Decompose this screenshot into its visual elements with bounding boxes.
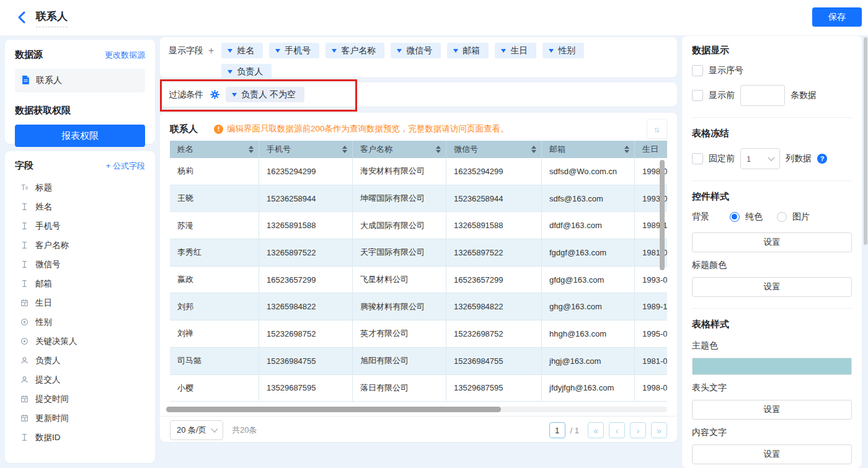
- divider: [692, 117, 852, 118]
- show-index-checkbox[interactable]: [692, 65, 703, 76]
- display-field-chip[interactable]: 微信号: [391, 43, 441, 58]
- chevron-down-icon: [397, 49, 402, 53]
- display-field-chip[interactable]: 手机号: [269, 43, 319, 58]
- freeze-checkbox[interactable]: [692, 153, 703, 164]
- table-row: 李秀红13265897522天宇国际有限公司13265897522fgdgf@1…: [170, 239, 667, 267]
- table-cell: 司马懿: [170, 348, 259, 375]
- help-icon[interactable]: ?: [817, 154, 827, 164]
- top-bar: 联系人 保存: [0, 0, 868, 36]
- field-item[interactable]: 微信号: [15, 255, 145, 274]
- display-field-chip[interactable]: 生日: [495, 43, 536, 58]
- show-index-label: 显示序号: [709, 65, 743, 76]
- datasource-item[interactable]: 联系人: [15, 69, 145, 92]
- add-display-field-button[interactable]: +: [208, 43, 214, 58]
- field-item[interactable]: 关键决策人: [15, 332, 145, 351]
- field-item[interactable]: 生日: [15, 293, 145, 312]
- field-item[interactable]: 数据ID: [15, 428, 145, 447]
- table-cell: 1981-06: [635, 348, 667, 375]
- table-cell: hhgh@163.com: [542, 320, 635, 348]
- column-header[interactable]: 邮箱: [542, 141, 635, 158]
- field-item[interactable]: 提交人: [15, 370, 145, 389]
- page-size-select[interactable]: 20 条/页: [170, 420, 223, 440]
- field-item-label: 性别: [35, 317, 52, 328]
- content-text-set-button[interactable]: 设置: [692, 444, 852, 464]
- field-item-label: 微信号: [35, 259, 61, 270]
- display-field-chip[interactable]: 性别: [542, 43, 584, 58]
- freeze-prefix-label: 固定前: [709, 153, 735, 164]
- next-page-button[interactable]: ›: [630, 422, 646, 438]
- field-item[interactable]: 客户名称: [15, 236, 145, 255]
- field-item-label: 提交时间: [35, 394, 69, 405]
- save-button[interactable]: 保存: [812, 7, 862, 27]
- theme-color-swatch[interactable]: [692, 358, 852, 375]
- prev-page-button[interactable]: ‹: [609, 422, 625, 438]
- column-header[interactable]: 微信号: [446, 141, 542, 158]
- display-field-chip[interactable]: 邮箱: [447, 43, 489, 58]
- table-cell: 16235294299: [259, 158, 353, 185]
- page-number-input[interactable]: 1: [549, 422, 565, 438]
- field-item[interactable]: 标题: [15, 178, 145, 197]
- table-cell: 15232698752: [446, 320, 542, 348]
- solid-color-radio[interactable]: [730, 212, 740, 222]
- first-page-button[interactable]: «: [588, 422, 604, 438]
- last-page-button[interactable]: »: [651, 422, 667, 438]
- freeze-suffix-label: 列数据: [786, 153, 812, 164]
- field-item[interactable]: 邮箱: [15, 274, 145, 293]
- display-field-chip[interactable]: 客户名称: [326, 43, 384, 58]
- field-item[interactable]: 负责人: [15, 351, 145, 370]
- sort-up-icon: [624, 146, 629, 149]
- sort-up-icon: [436, 146, 441, 149]
- field-item[interactable]: 提交时间: [15, 389, 145, 408]
- background-label: 背景: [692, 211, 724, 223]
- table-cell: 15236258944: [259, 185, 353, 213]
- report-permission-button[interactable]: 报表权限: [15, 125, 145, 147]
- display-field-chip[interactable]: 姓名: [221, 43, 263, 58]
- column-header[interactable]: 客户名称: [353, 141, 446, 158]
- datasource-panel: 数据源 更改数据源 联系人 数据获取权限 报表权限: [5, 40, 155, 144]
- column-header[interactable]: 姓名: [170, 141, 259, 158]
- page-scrollbar-thumb[interactable]: [864, 37, 867, 245]
- horizontal-scrollbar-thumb[interactable]: [166, 407, 501, 412]
- text-icon: [20, 260, 29, 269]
- divider: [692, 180, 852, 181]
- table-cell: 飞星材料公司: [353, 267, 446, 294]
- image-radio[interactable]: [777, 212, 787, 222]
- sort-order-tool[interactable]: ↑↓: [647, 119, 667, 139]
- title-color-set-button[interactable]: 设置: [692, 277, 852, 297]
- chip-label: 生日: [510, 45, 528, 56]
- gear-icon[interactable]: [210, 90, 219, 100]
- vertical-scrollbar-thumb[interactable]: [660, 160, 665, 270]
- field-item[interactable]: 手机号: [15, 216, 145, 236]
- background-set-button[interactable]: 设置: [692, 232, 852, 252]
- field-item[interactable]: 姓名: [15, 197, 145, 216]
- data-display-title: 数据显示: [692, 45, 852, 56]
- sort-arrows-icon: [436, 146, 441, 153]
- filter-condition-chip[interactable]: 负责人 不为空: [226, 87, 304, 102]
- field-item-label: 负责人: [35, 355, 61, 366]
- table-cell: jhgj@163.com: [542, 348, 635, 375]
- field-item[interactable]: 性别: [15, 312, 145, 332]
- freeze-count-select[interactable]: 1: [740, 148, 780, 169]
- fields-panel: 字段 + 公式字段 标题姓名手机号客户名称微信号邮箱生日性别关键决策人负责人提交…: [5, 151, 155, 463]
- back-icon[interactable]: [16, 11, 29, 24]
- show-first-checkbox[interactable]: [692, 90, 703, 101]
- change-datasource-link[interactable]: 更改数据源: [105, 50, 145, 61]
- header-text-set-button[interactable]: 设置: [692, 400, 852, 420]
- table-cell: 13265984822: [446, 293, 542, 320]
- page-size-value: 20 条/页: [177, 425, 206, 436]
- freeze-title: 表格冻结: [692, 128, 852, 139]
- chip-label: 姓名: [237, 45, 254, 56]
- add-formula-field-link[interactable]: + 公式字段: [106, 161, 145, 172]
- row-limit-input[interactable]: [740, 85, 785, 106]
- sort-arrows-icon: [249, 146, 254, 153]
- display-field-chip[interactable]: 负责人: [221, 64, 272, 79]
- content-text-label: 内容文字: [692, 427, 852, 438]
- column-header-label: 微信号: [454, 144, 478, 155]
- table-cell: 1995-01: [635, 320, 667, 348]
- display-fields-label: 显示字段: [169, 43, 203, 58]
- column-header-label: 邮箱: [549, 144, 565, 155]
- column-header[interactable]: 手机号: [259, 141, 353, 158]
- column-header[interactable]: 生日: [635, 141, 667, 158]
- field-item[interactable]: 更新时间: [15, 408, 145, 428]
- page-title[interactable]: 联系人: [36, 9, 68, 27]
